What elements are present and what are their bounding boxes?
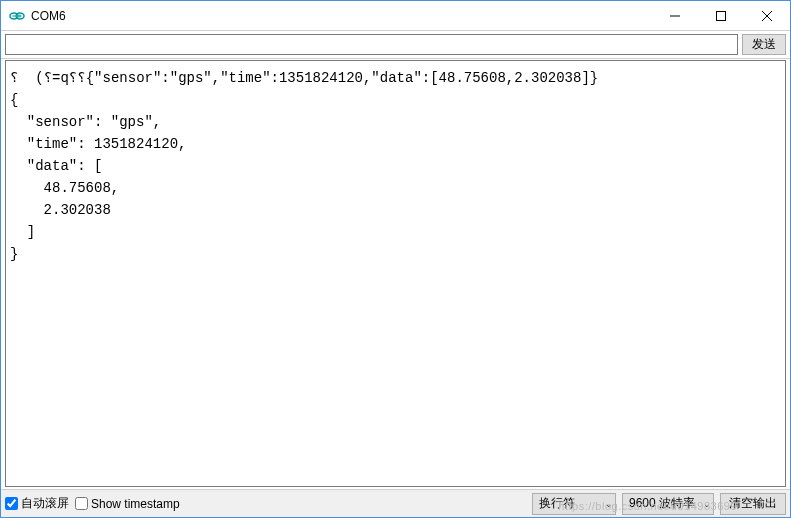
timestamp-checkbox[interactable]: Show timestamp: [75, 497, 180, 511]
svg-rect-6: [717, 11, 726, 20]
chevron-down-icon: ⌄: [605, 499, 613, 509]
timestamp-label: Show timestamp: [91, 497, 180, 511]
window-title: COM6: [31, 9, 652, 23]
maximize-button[interactable]: [698, 1, 744, 30]
arduino-icon: [9, 8, 25, 24]
send-button[interactable]: 发送: [742, 34, 786, 55]
send-row: 发送: [1, 31, 790, 59]
autoscroll-label: 自动滚屏: [21, 495, 69, 512]
baud-rate-select[interactable]: 9600 波特率 ⌄: [622, 493, 714, 515]
app-window: COM6 发送 ⸮ (⸮=q⸮⸮{"sensor":"gps","time":1…: [0, 0, 791, 518]
chevron-down-icon: ⌄: [703, 499, 711, 509]
titlebar: COM6: [1, 1, 790, 31]
clear-output-button[interactable]: 清空输出: [720, 493, 786, 515]
window-controls: [652, 1, 790, 30]
bottom-bar: 自动滚屏 Show timestamp 换行符 ⌄ 9600 波特率 ⌄ 清空输…: [1, 489, 790, 517]
close-button[interactable]: [744, 1, 790, 30]
baud-rate-label: 9600 波特率: [629, 495, 695, 512]
autoscroll-checkbox[interactable]: 自动滚屏: [5, 495, 69, 512]
line-ending-label: 换行符: [539, 495, 597, 512]
autoscroll-input[interactable]: [5, 497, 18, 510]
serial-input[interactable]: [5, 34, 738, 55]
line-ending-select[interactable]: 换行符 ⌄: [532, 493, 616, 515]
serial-console[interactable]: ⸮ (⸮=q⸮⸮{"sensor":"gps","time":135182412…: [5, 60, 786, 487]
timestamp-input[interactable]: [75, 497, 88, 510]
minimize-button[interactable]: [652, 1, 698, 30]
